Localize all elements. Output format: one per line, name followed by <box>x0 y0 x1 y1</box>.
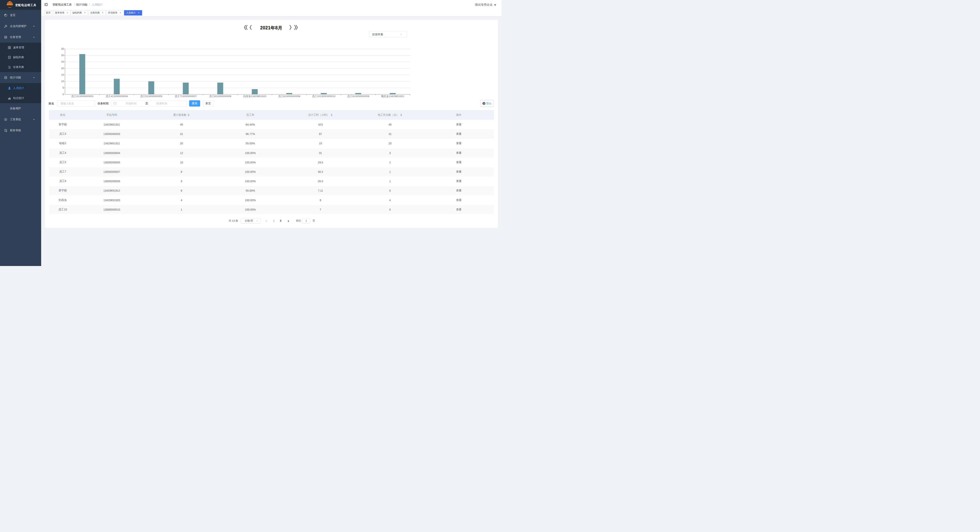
svg-text:15: 15 <box>61 73 64 76</box>
svg-text:25: 25 <box>61 60 64 63</box>
svg-text:员工313000000003: 员工313000000003 <box>71 95 93 98</box>
svg-text:员工813000000008: 员工813000000008 <box>278 95 300 98</box>
svg-text:5: 5 <box>62 86 64 89</box>
svg-text:刘存东13429651920: 刘存东13429651920 <box>243 95 266 98</box>
svg-text:35: 35 <box>61 48 64 50</box>
svg-text:员工513000000005: 员工513000000005 <box>140 95 162 98</box>
svg-text:员工713000000007: 员工713000000007 <box>175 95 197 98</box>
svg-text:30: 30 <box>61 54 64 57</box>
svg-text:10: 10 <box>61 80 64 83</box>
svg-text:员工913000000009: 员工913000000009 <box>347 95 369 98</box>
svg-text:20: 20 <box>61 67 64 70</box>
svg-text:员工1013000000010: 员工1013000000010 <box>312 95 336 98</box>
svg-text:陶定金13429651921: 陶定金13429651921 <box>381 95 404 98</box>
svg-text:员工413000000004: 员工413000000004 <box>106 95 128 98</box>
svg-text:0: 0 <box>62 93 64 96</box>
svg-text:员工613000000006: 员工613000000006 <box>209 95 231 98</box>
